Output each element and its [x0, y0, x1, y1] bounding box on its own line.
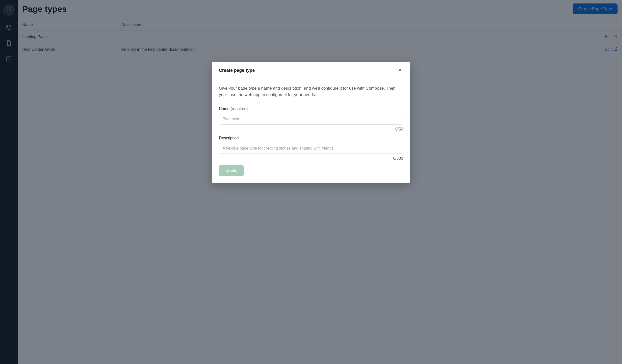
create-page-type-modal: Create page type Give your page type a n… [212, 62, 410, 183]
close-icon [398, 69, 402, 73]
modal-header: Create page type [212, 62, 410, 79]
modal-title: Create page type [219, 68, 255, 73]
description-field-label: Description [219, 136, 403, 140]
description-counter: 0/500 [219, 156, 403, 161]
modal-overlay[interactable]: Create page type Give your page type a n… [0, 0, 622, 364]
close-button[interactable] [397, 67, 403, 74]
name-counter: 0/50 [219, 127, 403, 131]
create-button[interactable]: Create [219, 165, 244, 176]
name-field-label: Name (required) [219, 107, 403, 111]
modal-intro-text: Give your page type a name and descripti… [219, 85, 403, 98]
name-input[interactable] [219, 114, 403, 125]
modal-body: Give your page type a name and descripti… [212, 79, 410, 183]
description-input[interactable] [219, 143, 403, 154]
